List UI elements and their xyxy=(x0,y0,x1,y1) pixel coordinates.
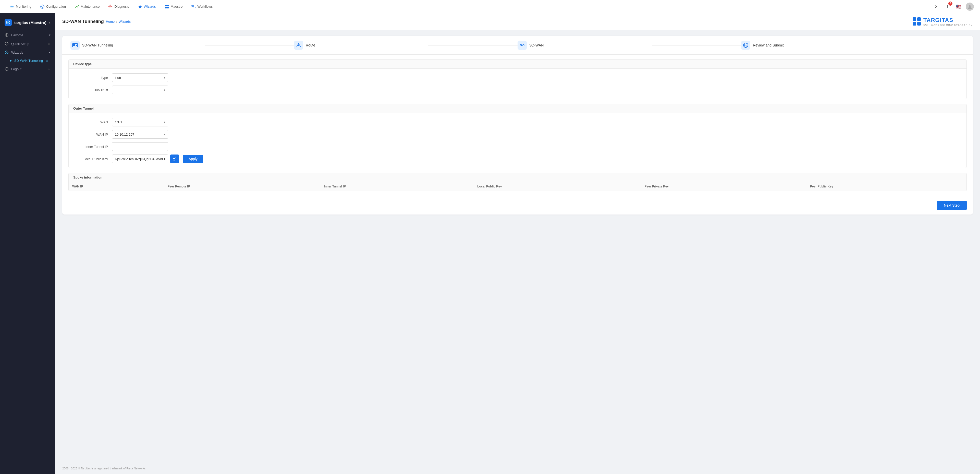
step-icon-review xyxy=(741,41,750,50)
sidebar-item-quick-setup[interactable]: i Quick Setup ☆ xyxy=(0,39,55,48)
spoke-table: WAN IP Peer Remote IP Inner Tunnel IP Lo… xyxy=(68,182,966,191)
key-input-group: Apply xyxy=(112,155,203,163)
svg-rect-5 xyxy=(165,5,167,6)
svg-rect-2 xyxy=(12,6,14,7)
hub-trust-label: Hub Trust xyxy=(75,88,108,92)
svg-rect-10 xyxy=(194,7,196,8)
wan-chevron: ▾ xyxy=(164,121,165,124)
logout-star[interactable]: ☆ xyxy=(48,67,51,71)
maintenance-label: Maintenance xyxy=(81,5,100,8)
wizard-step-route[interactable]: Route xyxy=(294,41,517,50)
svg-point-15 xyxy=(947,7,948,8)
step-label-sd-wan: SD-WAN Tunneling xyxy=(82,43,113,47)
page-title-area: SD-WAN Tunneling Home / Wizards xyxy=(62,19,130,24)
spoke-table-header-row: WAN IP Peer Remote IP Inner Tunnel IP Lo… xyxy=(68,182,966,191)
nav-tab-wizards[interactable]: Wizards xyxy=(134,2,159,11)
sidebar-item-wizards[interactable]: Wizards ▾ xyxy=(0,48,55,57)
step-icon-sd-wan xyxy=(70,41,80,50)
sidebar-item-label-wizards: Wizards xyxy=(11,51,23,54)
next-step-button[interactable]: Next Step xyxy=(937,201,967,210)
key-generate-btn[interactable] xyxy=(170,155,179,163)
favorite-chevron: ▾ xyxy=(49,34,51,37)
local-public-key-input[interactable] xyxy=(112,155,168,163)
svg-rect-9 xyxy=(192,5,193,6)
wizards-label: Wizards xyxy=(144,5,156,8)
breadcrumb-separator: / xyxy=(116,20,117,24)
nav-dots-btn[interactable]: 3 xyxy=(943,3,951,11)
spoke-table-container: WAN IP Peer Remote IP Inner Tunnel IP Lo… xyxy=(68,182,966,191)
diagnosis-icon xyxy=(108,4,113,9)
page-header: SD-WAN Tunneling Home / Wizards xyxy=(55,13,980,30)
svg-rect-6 xyxy=(167,5,169,6)
sidebar-item-favorite[interactable]: Favorite ▾ xyxy=(0,30,55,39)
sidebar-item-logout[interactable]: Logout ☆ xyxy=(0,65,55,73)
maestro-label: Maestro xyxy=(171,5,183,8)
svg-point-14 xyxy=(947,6,948,7)
nav-tab-diagnosis[interactable]: Diagnosis xyxy=(105,2,132,11)
page-footer: 2006 - 2023 © Targitas is a registered t… xyxy=(55,463,980,474)
notification-badge: 3 xyxy=(948,2,953,6)
hub-trust-select[interactable]: ▾ xyxy=(112,86,168,94)
col-peer-public-key: Peer Public Key xyxy=(807,182,966,191)
spoke-table-head: WAN IP Peer Remote IP Inner Tunnel IP Lo… xyxy=(68,182,966,191)
favorite-icon xyxy=(5,33,9,37)
svg-rect-8 xyxy=(167,7,169,8)
nav-arrow-btn[interactable] xyxy=(932,3,940,11)
outer-tunnel-header: Outer Tunnel xyxy=(68,104,966,113)
col-peer-private-key: Peer Private Key xyxy=(641,182,807,191)
wan-select[interactable]: 1/1/1 ▾ xyxy=(112,118,168,126)
svg-point-35 xyxy=(523,45,524,46)
device-type-section: Device type Type Hub ▾ Hub Trust xyxy=(68,59,967,99)
step-icon-sd-wan-2 xyxy=(517,41,527,50)
wizard-step-sd-wan[interactable]: SD-WAN xyxy=(517,41,741,50)
spoke-information-section: Spoke information WAN IP Peer Remote IP … xyxy=(68,172,967,191)
brand-name: TARGITAS xyxy=(923,17,973,24)
apply-button[interactable]: Apply xyxy=(183,155,203,163)
breadcrumb-current: Wizards xyxy=(119,20,130,24)
workflows-label: Workflows xyxy=(197,5,213,8)
wizards-chevron: ▾ xyxy=(49,51,51,54)
language-selector[interactable]: 🇺🇸 xyxy=(955,3,963,11)
wan-ip-select[interactable]: 10.10.12.207 ▾ xyxy=(112,130,168,139)
spoke-information-header: Spoke information xyxy=(68,173,966,182)
wizard-step-review[interactable]: Review and Submit xyxy=(741,41,965,50)
col-inner-tunnel-ip: Inner Tunnel IP xyxy=(320,182,474,191)
col-wan-ip: WAN IP xyxy=(68,182,164,191)
user-avatar[interactable] xyxy=(966,3,974,11)
breadcrumb: Home / Wizards xyxy=(106,20,130,24)
wan-label: WAN xyxy=(75,120,108,124)
svg-rect-32 xyxy=(76,45,77,46)
type-value: Hub xyxy=(115,76,121,80)
footer-actions: Next Step xyxy=(62,196,973,214)
svg-point-20 xyxy=(6,35,7,36)
nav-tabs: Monitoring Configuration Maintenance xyxy=(6,2,932,11)
nav-tab-configuration[interactable]: Configuration xyxy=(37,2,69,11)
sd-wan-star[interactable]: ☆ xyxy=(45,59,48,62)
sidebar-collapse-btn[interactable]: ‹ xyxy=(49,20,51,25)
inner-tunnel-ip-input[interactable] xyxy=(112,142,168,151)
configuration-label: Configuration xyxy=(46,5,66,8)
sidebar-logo: targitas (Maestro) ‹ xyxy=(0,16,55,30)
wan-ip-chevron: ▾ xyxy=(164,133,165,136)
svg-point-16 xyxy=(969,5,971,7)
nav-tab-workflows[interactable]: Workflows xyxy=(188,2,216,11)
svg-rect-27 xyxy=(917,18,921,21)
configuration-icon xyxy=(40,4,45,9)
quick-setup-icon: i xyxy=(5,41,9,46)
quick-setup-star[interactable]: ☆ xyxy=(48,42,51,46)
wizard-step-sd-wan-tunneling[interactable]: SD-WAN Tunneling xyxy=(70,41,294,50)
type-label: Type xyxy=(75,76,108,80)
nav-tab-maintenance[interactable]: Maintenance xyxy=(71,2,103,11)
maintenance-icon xyxy=(75,4,79,9)
breadcrumb-home[interactable]: Home xyxy=(106,20,115,24)
sidebar-item-sd-wan-tunneling[interactable]: SD-WAN Tunneling ☆ xyxy=(0,57,55,65)
monitoring-label: Monitoring xyxy=(16,5,32,8)
svg-point-40 xyxy=(173,158,175,160)
type-select[interactable]: Hub ▾ xyxy=(112,73,168,82)
svg-rect-7 xyxy=(165,7,167,8)
content-area: SD-WAN Tunneling Route xyxy=(55,30,980,463)
svg-marker-18 xyxy=(7,21,9,24)
nav-tab-monitoring[interactable]: Monitoring xyxy=(6,2,35,11)
sidebar-item-label-logout: Logout xyxy=(11,67,21,71)
nav-tab-maestro[interactable]: Maestro xyxy=(161,2,186,11)
